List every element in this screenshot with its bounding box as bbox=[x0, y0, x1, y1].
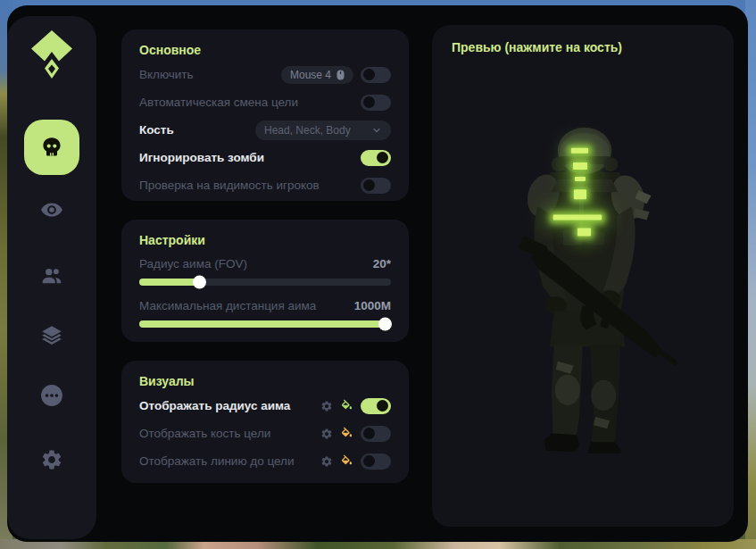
card-settings-title: Настройки bbox=[139, 233, 391, 247]
ignore-zombies-toggle[interactable] bbox=[361, 150, 391, 166]
users-icon bbox=[40, 264, 63, 287]
show-line-settings-button[interactable] bbox=[320, 454, 333, 468]
show-bone-toggle[interactable] bbox=[361, 426, 391, 442]
row-bone-label: Кость bbox=[139, 123, 174, 137]
paint-bucket-icon bbox=[340, 454, 353, 469]
fov-slider-fill bbox=[139, 279, 200, 286]
auto-target-toggle[interactable] bbox=[361, 95, 391, 111]
row-enable-label: Включить bbox=[139, 68, 194, 81]
sidebar-item-visibility[interactable] bbox=[40, 198, 63, 221]
chat-dots-icon bbox=[40, 384, 63, 407]
preview-title: Превью (нажмите на кость) bbox=[452, 40, 734, 54]
cheat-menu-window: Основное Включить Mouse 4 Автоматическая… bbox=[7, 5, 748, 542]
toggle-knob bbox=[363, 96, 375, 108]
fov-slider-knob[interactable] bbox=[193, 276, 206, 289]
distance-slider-fill bbox=[139, 320, 386, 328]
row-visibility-check-label: Проверка на видимость игроков bbox=[139, 179, 320, 192]
card-main-title: Основное bbox=[139, 43, 391, 57]
soldier-body bbox=[518, 128, 678, 453]
row-show-fov-label: Отображать радиус аима bbox=[139, 399, 290, 412]
toggle-knob bbox=[363, 455, 375, 467]
card-settings: Настройки Радиус аима (FOV) 20* Максимал… bbox=[121, 220, 409, 342]
card-visuals-title: Визуалы bbox=[139, 374, 391, 388]
preview-panel: Превью (нажмите на кость) bbox=[432, 25, 734, 527]
row-ignore-zombies: Игнорировать зомби bbox=[139, 144, 391, 171]
show-fov-color-button[interactable] bbox=[340, 399, 353, 412]
soldier-bone-preview[interactable] bbox=[468, 120, 702, 453]
bone-select-value: Head, Neck, Body bbox=[264, 124, 351, 137]
gear-icon bbox=[320, 400, 333, 412]
layers-icon bbox=[40, 323, 63, 346]
row-show-line-label: Отображать линию до цели bbox=[139, 454, 294, 468]
card-main: Основное Включить Mouse 4 Автоматическая… bbox=[121, 29, 409, 201]
show-bone-color-button[interactable] bbox=[340, 427, 353, 440]
mouse-icon bbox=[336, 70, 345, 80]
toggle-knob bbox=[377, 400, 388, 412]
hotkey-badge[interactable]: Mouse 4 bbox=[281, 66, 353, 84]
show-line-toggle[interactable] bbox=[361, 453, 391, 470]
bone-select[interactable]: Head, Neck, Body bbox=[255, 121, 391, 140]
row-auto-target: Автоматическая смена цели bbox=[139, 88, 391, 116]
distance-slider-head: Максимальная дистанция аима 1000М bbox=[139, 293, 391, 318]
fov-slider-value: 20* bbox=[373, 257, 391, 270]
row-show-line: Отображать линию до цели bbox=[139, 447, 391, 475]
skull-icon bbox=[40, 136, 63, 159]
sidebar bbox=[7, 16, 96, 539]
show-fov-toggle[interactable] bbox=[361, 398, 391, 414]
sidebar-item-players[interactable] bbox=[40, 264, 63, 287]
toggle-knob bbox=[363, 428, 375, 439]
eye-icon bbox=[40, 198, 63, 221]
show-fov-settings-button[interactable] bbox=[320, 399, 333, 412]
paint-bucket-icon bbox=[340, 427, 353, 441]
show-bone-settings-button[interactable] bbox=[320, 427, 333, 440]
hotkey-badge-label: Mouse 4 bbox=[290, 69, 331, 81]
row-enable: Включить Mouse 4 bbox=[139, 61, 391, 88]
sidebar-item-misc[interactable] bbox=[40, 384, 63, 407]
show-line-color-button[interactable] bbox=[340, 454, 353, 468]
row-bone: Кость Head, Neck, Body bbox=[139, 116, 391, 144]
row-show-bone: Отображать кость цели bbox=[139, 420, 391, 447]
distance-slider-label: Максимальная дистанция аима bbox=[139, 299, 316, 312]
toggle-knob bbox=[377, 152, 388, 163]
gear-icon bbox=[320, 428, 333, 440]
fov-slider[interactable] bbox=[139, 279, 391, 286]
row-show-fov: Отображать радиус аима bbox=[139, 392, 391, 420]
sidebar-item-settings[interactable] bbox=[40, 448, 63, 471]
app-logo bbox=[27, 29, 77, 80]
sidebar-item-aimbot[interactable] bbox=[24, 120, 79, 175]
gear-icon bbox=[40, 448, 63, 471]
toggle-knob bbox=[363, 179, 375, 191]
visibility-check-toggle[interactable] bbox=[361, 178, 391, 194]
enable-toggle[interactable] bbox=[361, 67, 391, 83]
row-ignore-zombies-label: Игнорировать зомби bbox=[139, 151, 264, 164]
distance-slider-knob[interactable] bbox=[378, 318, 392, 331]
diamond-logo-icon bbox=[29, 29, 74, 79]
game-background: Основное Включить Mouse 4 Автоматическая… bbox=[0, 0, 756, 549]
fov-slider-head: Радиус аима (FOV) 20* bbox=[139, 251, 391, 276]
gear-icon bbox=[320, 455, 333, 468]
card-visuals: Визуалы Отображать радиус аима Отображат… bbox=[121, 361, 409, 483]
paint-bucket-icon bbox=[340, 399, 353, 413]
fov-slider-label: Радиус аима (FOV) bbox=[139, 257, 247, 270]
sidebar-item-layers[interactable] bbox=[40, 323, 63, 346]
row-visibility-check: Проверка на видимость игроков bbox=[139, 171, 391, 199]
row-show-bone-label: Отображать кость цели bbox=[139, 427, 270, 440]
row-auto-target-label: Автоматическая смена цели bbox=[139, 96, 298, 109]
distance-slider-value: 1000М bbox=[354, 299, 391, 312]
toggle-knob bbox=[363, 69, 375, 80]
distance-slider[interactable] bbox=[139, 320, 391, 328]
chevron-down-icon bbox=[371, 125, 382, 136]
